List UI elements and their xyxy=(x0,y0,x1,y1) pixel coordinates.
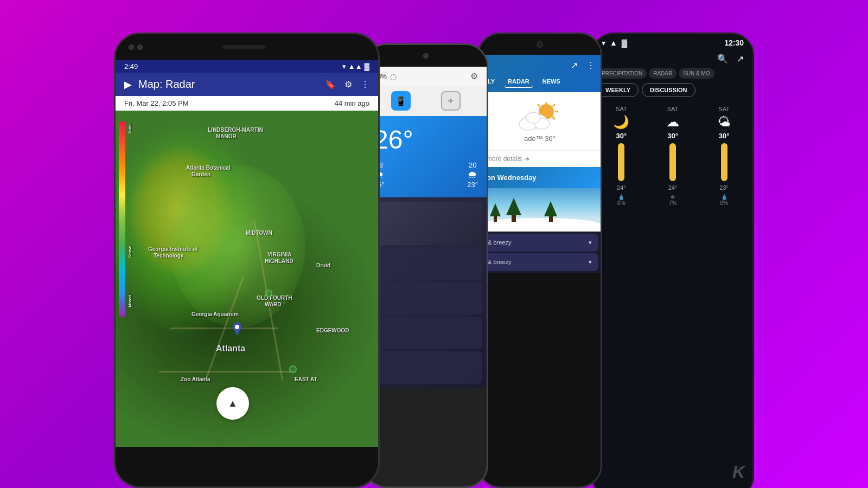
phone3-snow-text: on Wednesday xyxy=(487,174,537,182)
phone1-status-bar: 2:49 ▾ ▲▲ ▓ xyxy=(116,60,378,73)
map-label-virginia: VIRGINIA xyxy=(267,252,291,258)
phone4-tab-radar[interactable]: RADAR xyxy=(649,68,676,79)
phone1-status-icons: ▾ ▲▲ ▓ xyxy=(342,62,369,70)
phone3-tab-news[interactable]: NEWS xyxy=(539,76,564,88)
bookmark-icon[interactable]: 🔖 xyxy=(325,79,336,89)
map-label-technology: Technology xyxy=(154,253,183,259)
phone4-day-1: SAT 🌙 30° 24° 💧 0% xyxy=(597,106,646,206)
map-label-druid: Druid xyxy=(316,262,330,268)
phone4-day2-precip-val: 7% xyxy=(669,200,676,206)
map-label-garden: Garden xyxy=(192,171,210,177)
phone1-camera2 xyxy=(137,44,143,50)
phone4-day1-label: SAT xyxy=(597,106,646,112)
settings-icon[interactable]: ⚙ xyxy=(344,79,352,89)
phone2-phone-icon[interactable]: 📱 xyxy=(391,91,411,111)
phone4-day2-bar xyxy=(669,143,676,181)
phone4-btn-weekly[interactable]: WEEKLY xyxy=(597,83,639,97)
map-label-highland: HIGHLAND xyxy=(265,258,293,264)
phone4-day1-high: 30° xyxy=(597,132,646,140)
phone2-airplane-icon[interactable]: ✈ xyxy=(441,91,461,111)
map-pin xyxy=(232,322,242,338)
phone-dark-weather: ▾ ▲ ▓ 12:30 🔍 ↗ PRECIPITATION RADAR SUN … xyxy=(591,33,754,488)
phone2-settings-icon[interactable]: ⚙ xyxy=(470,71,478,81)
phone2-temp: 26° xyxy=(374,125,478,155)
phone2-camera xyxy=(423,53,429,59)
svg-line-8 xyxy=(538,104,540,107)
map-label-botanical: Atlanta Botanical xyxy=(186,165,231,171)
phone4-tabs: PRECIPITATION RADAR SUN & MO xyxy=(593,68,752,83)
svg-marker-1 xyxy=(234,330,240,336)
phone2-rain-icon2: 🌧 xyxy=(467,169,478,181)
phone4-day2-icon: ☁ xyxy=(649,114,697,130)
phone4-time: 12:30 xyxy=(724,38,744,47)
phone3-share-icon[interactable]: ↗ xyxy=(571,60,578,70)
phone4-status-icons: ▾ ▲ ▓ xyxy=(602,38,627,47)
phone4-share-icon[interactable]: ↗ xyxy=(737,54,744,64)
phone2-dark-section xyxy=(365,197,487,388)
phone4-day2-high: 30° xyxy=(649,132,697,140)
road-line xyxy=(170,328,278,329)
phone2-dark-row4 xyxy=(369,351,482,384)
phone1-map[interactable]: LINDBERGH-MARTIN MANOR Atlanta Botanical… xyxy=(116,111,378,447)
play-icon[interactable]: ▶ xyxy=(124,79,132,91)
phone1-title: Map: Radar xyxy=(138,78,318,91)
phone4-search-icon[interactable]: 🔍 xyxy=(717,54,728,64)
phone4-day2-low: 24° xyxy=(649,184,697,191)
map-label-ward: WARD xyxy=(265,301,282,307)
radar-legend: Rain Snow Mixed ▲ xyxy=(119,121,129,425)
phone3-more-text: more details xyxy=(487,155,522,163)
phone4-buttons: WEEKLY DISCUSSION xyxy=(593,83,752,101)
list-item-text: & breezy xyxy=(488,239,511,246)
phone2-dark-row3 xyxy=(369,317,482,349)
list-item: & breezy ▾ xyxy=(481,253,598,271)
phone4-tab-sun[interactable]: SUN & MO xyxy=(679,68,714,79)
phone-radar-map: 2:49 ▾ ▲▲ ▓ ▶ Map: Radar 🔖 ⚙ ⋮ Fri, Mar … xyxy=(114,33,380,488)
phone3-header: ↗ ⋮ xyxy=(479,55,601,76)
phone4-day-grid: SAT 🌙 30° 24° 💧 0% SAT ☁ 30° 24° ❄ 7 xyxy=(593,101,752,210)
phone1-time: 2:49 xyxy=(124,62,138,70)
map-label-midtown: MIDTOWN xyxy=(246,230,272,236)
phone2-weather-card: 26° 18 🌧 26° 20 🌧 23° xyxy=(365,116,487,197)
phone3-more-details[interactable]: more details ➜ xyxy=(479,150,601,167)
list-expand-icon[interactable]: ▾ xyxy=(589,239,592,246)
map-label-georgia-tech: Georgia Institute of xyxy=(148,246,198,252)
list-item: & breezy ▾ xyxy=(481,234,598,252)
phone3-tab-radar[interactable]: RADAR xyxy=(505,76,533,88)
phone4-day3-precip: 💧 0% xyxy=(700,194,748,206)
location-marker xyxy=(265,290,272,297)
phone2-forecast-row: 18 🌧 26° 20 🌧 23° xyxy=(374,161,478,189)
snow-tree2 xyxy=(506,198,521,222)
phone2-dark-bg xyxy=(369,202,482,245)
svg-point-2 xyxy=(235,325,239,329)
phone1-date: Fri, Mar 22, 2:05 PM xyxy=(124,99,188,107)
phone2-notch xyxy=(365,45,487,67)
map-label-atlanta: Atlanta xyxy=(216,344,245,354)
legend-rain: Rain xyxy=(127,124,132,133)
popup-button[interactable]: ▲ xyxy=(216,387,249,420)
phone3-tabs: LY RADAR NEWS xyxy=(479,76,601,92)
snow-tree3 xyxy=(544,201,557,222)
phone3-list: & breezy ▾ & breezy ▾ xyxy=(479,232,601,273)
phone2-dark-row2 xyxy=(369,282,482,314)
phone3-more-icon[interactable]: ⋮ xyxy=(586,60,595,70)
phone4-day1-bar xyxy=(618,143,624,181)
phone4-wifi-icon: ▾ xyxy=(602,38,605,47)
phone3-forecast-value: ade™ 36° xyxy=(524,134,556,143)
more-icon[interactable]: ⋮ xyxy=(361,79,369,89)
phone4-day1-precip-val: 0% xyxy=(617,200,625,206)
phone1-ago: 44 min ago xyxy=(335,99,369,107)
phone-widget: 23% ◌ ⚙ 📱 ✈ 26° 18 🌧 26° 20 xyxy=(363,43,488,488)
phone4-day3-high: 30° xyxy=(700,132,748,140)
phone2-battery-circle: ◌ xyxy=(390,72,397,81)
legend-mixed: Mixed xyxy=(127,295,132,307)
phone1-camera1 xyxy=(129,44,134,50)
phone2-dark-row1 xyxy=(369,247,482,280)
phone4-tab-precip[interactable]: PRECIPITATION xyxy=(597,68,647,79)
list-expand-icon2[interactable]: ▾ xyxy=(589,259,592,266)
phone4-btn-discussion[interactable]: DISCUSSION xyxy=(642,83,695,97)
phone4-header: 🔍 ↗ xyxy=(593,52,752,68)
phone4-day1-icon: 🌙 xyxy=(597,114,646,130)
phone4-day1-low: 24° xyxy=(597,184,646,191)
phone2-low2: 20 xyxy=(467,161,478,169)
phone1-speaker xyxy=(222,45,266,49)
